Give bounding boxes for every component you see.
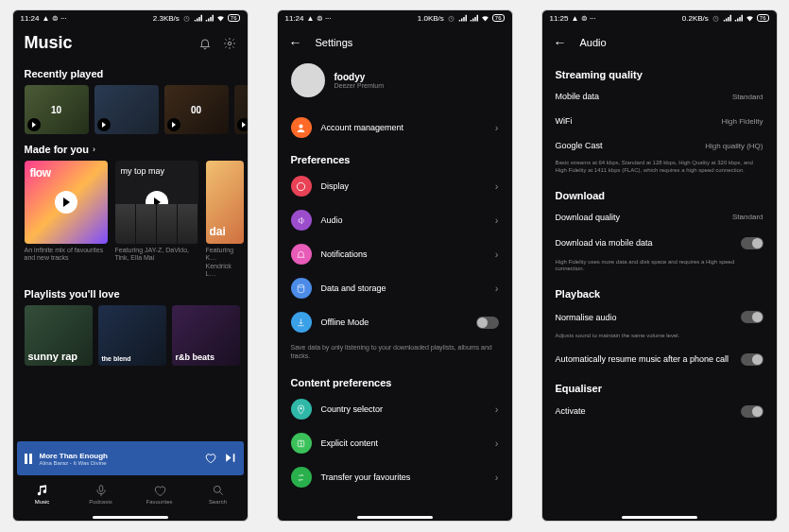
offline-toggle[interactable]	[476, 317, 499, 329]
next-track-button[interactable]	[224, 452, 236, 466]
row-download-mobile[interactable]: Download via mobile data	[542, 230, 777, 257]
pause-button[interactable]	[25, 454, 32, 464]
playlist-card[interactable]: sunny rap	[25, 305, 93, 366]
offline-hint: Save data by only listening to your down…	[278, 339, 512, 368]
download-hint: High Fidelity uses more data and disk sp…	[542, 257, 777, 280]
data-rate: 2.3KB/s	[153, 14, 180, 23]
clock: 11:24	[21, 14, 40, 23]
nav-podcasts[interactable]: Podcasts	[72, 475, 130, 513]
made-for-you-header[interactable]: Made for you›	[13, 134, 248, 161]
svg-point-8	[300, 407, 302, 409]
play-icon[interactable]	[55, 191, 77, 214]
avatar	[291, 63, 325, 97]
made-card-daily[interactable]: dai Featuring K… Kendrick L…	[206, 161, 244, 279]
home-indicator	[357, 516, 433, 519]
row-data-storage[interactable]: Data and storage›	[278, 271, 512, 305]
wifi-icon	[216, 14, 225, 23]
recent-card[interactable]: 00	[164, 85, 229, 134]
play-icon[interactable]	[27, 118, 41, 131]
playback-header: Playback	[542, 279, 777, 303]
chevron-right-icon: ›	[93, 145, 95, 154]
gear-icon[interactable]	[223, 37, 236, 50]
display-icon	[291, 176, 312, 197]
battery-icon: 76	[757, 14, 769, 22]
phone-audio-settings: 11:25▲ ⊜ ··· 0.2KB/s 76 ← Audio Streamin…	[541, 9, 778, 522]
recently-played-row[interactable]: 10 00	[13, 85, 248, 134]
row-audio[interactable]: Audio›	[278, 203, 512, 237]
nav-music[interactable]: Music	[13, 475, 72, 513]
status-icons-left: ▲ ⊜ ···	[43, 14, 67, 23]
alarm-icon	[182, 14, 191, 23]
page-title: Music	[25, 33, 73, 53]
recent-card[interactable]	[94, 85, 159, 134]
recent-card[interactable]: 10	[25, 85, 89, 134]
normalise-toggle[interactable]	[741, 311, 763, 323]
row-eq-activate[interactable]: Activate	[542, 398, 777, 425]
svg-point-3	[214, 486, 220, 492]
row-offline-mode[interactable]: Offline Mode	[278, 305, 512, 339]
offline-icon	[291, 312, 312, 333]
plan-label: Deezer Premium	[334, 82, 385, 89]
row-auto-resume[interactable]: Automatically resume music after a phone…	[542, 346, 777, 373]
status-bar: 11:24 ▲ ⊜ ··· 2.3KB/s 76	[13, 10, 248, 26]
pin-icon	[291, 399, 312, 420]
music-icon	[36, 484, 49, 497]
recent-card[interactable]	[234, 85, 248, 134]
back-button[interactable]: ←	[289, 35, 302, 50]
svg-point-1	[228, 42, 232, 45]
row-account-management[interactable]: Account management ›	[278, 111, 512, 145]
playlist-card[interactable]: the blend	[98, 305, 166, 366]
nav-favourites[interactable]: Favourites	[130, 475, 189, 513]
row-wifi[interactable]: WiFiHigh Fidelity	[542, 109, 777, 133]
auto-resume-toggle[interactable]	[741, 353, 763, 366]
made-card-flow[interactable]: flow An infinite mix of favourites and n…	[25, 161, 108, 279]
mic-icon	[94, 484, 108, 497]
row-display[interactable]: Display›	[278, 169, 512, 203]
row-mobile-data[interactable]: Mobile dataStandard	[542, 84, 777, 109]
row-normalise[interactable]: Normalise audio	[542, 303, 777, 331]
explicit-icon	[291, 433, 312, 454]
page-title: Settings	[316, 37, 353, 48]
row-explicit[interactable]: Explicit content›	[278, 426, 512, 460]
made-for-you-row[interactable]: flow An infinite mix of favourites and n…	[13, 161, 248, 279]
recently-played-header: Recently played	[13, 59, 248, 85]
now-playing-bar[interactable]: More Than Enough Alina Baraz - It Was Di…	[17, 441, 244, 475]
status-bar: 11:24▲ ⊜ ··· 1.0KB/s 76	[278, 10, 512, 26]
storage-icon	[291, 278, 312, 299]
wifi-icon	[481, 14, 489, 23]
back-button[interactable]: ←	[554, 35, 567, 50]
play-icon[interactable]	[237, 118, 248, 131]
eq-toggle[interactable]	[741, 405, 763, 418]
download-mobile-toggle[interactable]	[741, 237, 763, 249]
playlist-card[interactable]: r&b beats	[172, 305, 240, 366]
heart-icon[interactable]	[204, 452, 216, 466]
row-download-quality[interactable]: Download qualityStandard	[542, 205, 777, 230]
row-google-cast[interactable]: Google CastHigh quality (HQ)	[542, 133, 777, 158]
playlists-row[interactable]: sunny rap the blend r&b beats	[13, 305, 248, 366]
signal-icon	[194, 14, 202, 23]
card-meta: Featuring K… Kendrick L…	[206, 247, 244, 279]
card-meta: An infinite mix of favourites and new tr…	[25, 247, 108, 263]
preferences-header: Preferences	[278, 145, 512, 169]
svg-point-5	[300, 124, 303, 128]
made-card-top[interactable]: my top may Featuring JAY-Z, DaVido, Tink…	[115, 161, 198, 279]
page-title: Audio	[580, 37, 607, 48]
heart-icon	[153, 484, 166, 497]
signal-icon	[458, 14, 467, 23]
play-icon[interactable]	[167, 118, 180, 131]
search-icon	[212, 484, 225, 497]
row-transfer[interactable]: Transfer your favourites›	[278, 460, 512, 494]
play-icon[interactable]	[97, 118, 111, 131]
home-indicator	[622, 516, 697, 519]
signal-icon	[205, 14, 214, 23]
transfer-icon	[291, 467, 312, 488]
streaming-quality-header: Streaming quality	[542, 60, 777, 84]
nav-search[interactable]: Search	[189, 475, 248, 513]
row-notifications[interactable]: Notifications›	[278, 237, 512, 271]
row-country[interactable]: Country selector›	[278, 392, 512, 426]
streaming-hint: Basic streams at 64 kbps, Standard at 12…	[542, 158, 777, 180]
bell-icon[interactable]	[198, 37, 212, 50]
profile-row[interactable]: foodyy Deezer Premium	[278, 60, 512, 111]
svg-point-6	[297, 182, 304, 190]
now-playing-info[interactable]: More Than Enough Alina Baraz - It Was Di…	[40, 452, 197, 466]
